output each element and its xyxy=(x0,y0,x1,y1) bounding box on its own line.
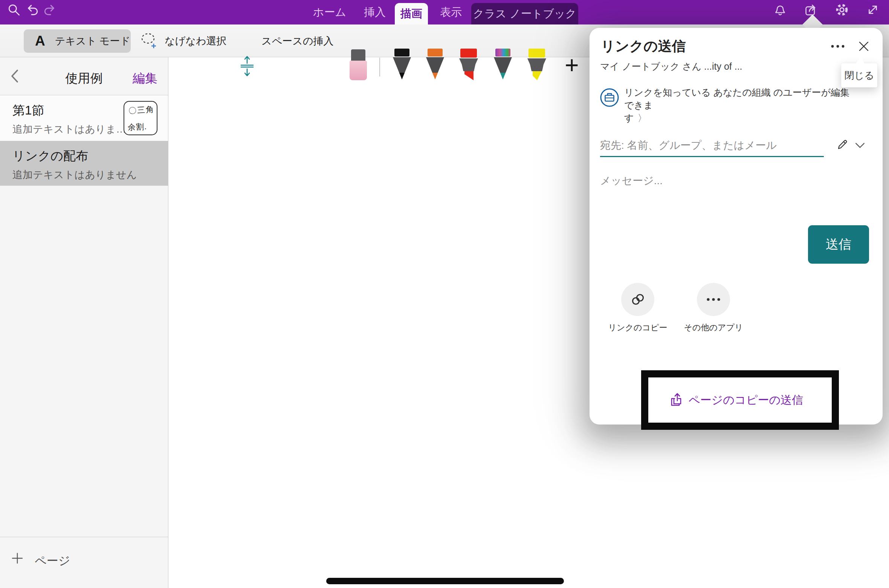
tooltip-label: 閉じる xyxy=(844,69,874,82)
recipient-input[interactable] xyxy=(600,137,822,154)
tab-home[interactable]: ホーム xyxy=(313,0,347,24)
dialog-title: リンクの送信 xyxy=(601,37,686,56)
permission-description: リンクを知っている あなたの組織 のユーザーが編集できま す〉 xyxy=(624,86,850,124)
redo-icon[interactable] xyxy=(42,2,58,18)
page-subtitle: 追加テキストはありま… xyxy=(12,122,126,136)
yellow-highlighter-tool[interactable] xyxy=(527,49,547,81)
organization-briefcase-icon xyxy=(599,87,620,108)
tab-draw[interactable]: 描画 xyxy=(395,3,428,24)
page-title: 第1節 xyxy=(12,102,44,119)
send-button[interactable]: 送信 xyxy=(808,225,869,264)
tooltip-pointer xyxy=(855,56,865,64)
edit-button[interactable]: 編集 xyxy=(133,70,163,87)
eraser-cap xyxy=(351,49,365,61)
thumbnail-handwriting-line1: 〇三角 xyxy=(128,104,155,116)
send-button-label: 送信 xyxy=(826,236,851,253)
tab-class-notebook[interactable]: クラス ノートブック xyxy=(471,3,578,24)
top-app-bar: ホーム 挿入 描画 表示 クラス ノートブック xyxy=(0,0,889,24)
tab-view[interactable]: 表示 xyxy=(436,0,466,24)
close-tooltip: 閉じる xyxy=(841,63,877,87)
toolbar-divider xyxy=(379,58,380,76)
message-input[interactable] xyxy=(600,173,864,189)
page-thumbnail: 〇三角 余割. xyxy=(124,101,157,135)
copy-link-label: リンクのコピー xyxy=(604,322,672,333)
sidebar-header: 使用例 編集 xyxy=(0,57,168,95)
red-highlighter-tool[interactable] xyxy=(458,49,479,81)
lasso-select-icon[interactable] xyxy=(140,32,159,50)
more-options-icon[interactable] xyxy=(828,38,848,54)
letter-a-glyph: A xyxy=(35,33,45,49)
rainbow-pen-tool[interactable] xyxy=(493,49,513,81)
ellipsis-icon xyxy=(697,283,730,316)
add-pen-button[interactable]: + xyxy=(560,51,584,79)
notifications-bell-icon[interactable] xyxy=(772,2,788,18)
add-page-button[interactable]: ページ xyxy=(0,537,168,588)
copy-link-button[interactable]: リンクのコピー xyxy=(604,283,672,333)
chevron-down-icon[interactable] xyxy=(852,139,868,152)
plus-icon xyxy=(11,552,23,564)
text-mode-label: テキスト モード xyxy=(55,34,130,48)
settings-gear-icon[interactable] xyxy=(834,2,850,18)
more-apps-button[interactable]: その他のアプリ xyxy=(680,283,747,333)
send-page-copy-button[interactable]: ページのコピーの送信 xyxy=(590,389,883,411)
insert-space-label[interactable]: スペースの挿入 xyxy=(261,24,334,57)
black-pen-tool[interactable] xyxy=(392,49,412,81)
page-subtitle: 追加テキストはありません xyxy=(12,168,137,182)
insert-space-icon[interactable] xyxy=(240,55,254,77)
thumbnail-handwriting-line2: 余割. xyxy=(128,121,147,133)
more-apps-label: その他のアプリ xyxy=(680,322,747,333)
add-page-label: ページ xyxy=(35,553,70,569)
notebook-subtitle: マイ ノートブック さん ...ity of ... xyxy=(600,60,742,73)
close-icon[interactable] xyxy=(855,38,872,54)
text-mode-button[interactable]: A テキスト モード xyxy=(24,29,131,53)
send-link-dialog: リンクの送信 マイ ノートブック さん ...ity of ... リンクを知っ… xyxy=(590,28,883,425)
fullscreen-expand-icon[interactable] xyxy=(865,2,881,18)
chevron-right-icon: 〉 xyxy=(638,113,647,123)
undo-icon[interactable] xyxy=(24,2,40,18)
tab-insert[interactable]: 挿入 xyxy=(360,0,390,24)
page-list-sidebar: 使用例 編集 第1節 追加テキストはありま… 〇三角 余割. リンクの配布 追加… xyxy=(0,57,168,588)
home-indicator-bar[interactable] xyxy=(326,578,564,584)
eraser-body xyxy=(350,61,367,80)
pencil-icon[interactable] xyxy=(834,136,851,153)
page-item-section1[interactable]: 第1節 追加テキストはありま… 〇三角 余割. xyxy=(0,95,168,141)
lasso-select-label[interactable]: なげなわ選択 xyxy=(165,24,227,57)
eraser-tool[interactable] xyxy=(350,49,367,80)
recipient-underline xyxy=(600,156,824,157)
link-permission-row[interactable]: リンクを知っている あなたの組織 のユーザーが編集できま す〉 xyxy=(597,85,872,117)
page-title: リンクの配布 xyxy=(12,148,88,165)
link-chain-icon xyxy=(621,283,654,316)
search-icon[interactable] xyxy=(6,2,22,18)
orange-pen-tool[interactable] xyxy=(425,49,445,81)
send-page-copy-label: ページのコピーの送信 xyxy=(689,393,803,408)
send-copy-upload-icon xyxy=(669,393,683,408)
page-item-link-distribution[interactable]: リンクの配布 追加テキストはありません xyxy=(0,141,168,186)
